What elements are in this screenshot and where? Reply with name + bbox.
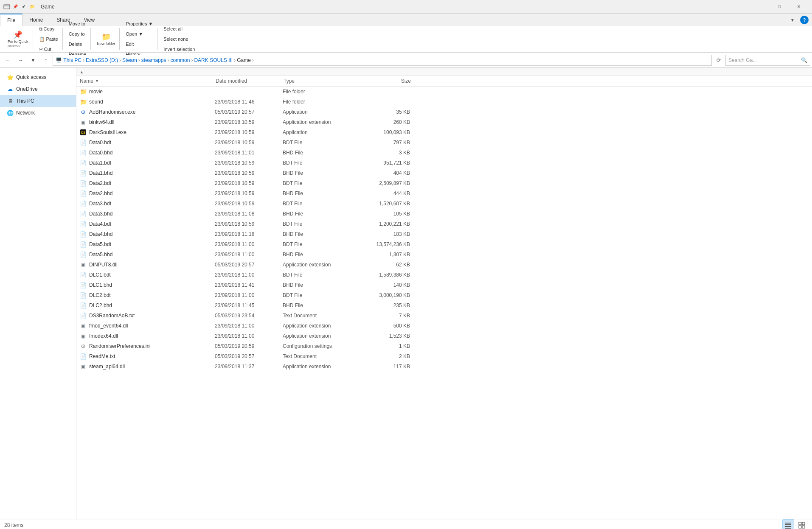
col-header-name[interactable]: Name ▼ xyxy=(80,78,216,84)
file-date-23: 23/09/2018 11:00 xyxy=(215,323,283,329)
breadcrumb-common[interactable]: common xyxy=(170,57,190,63)
sidebar-item-quick-access[interactable]: ⭐ Quick access xyxy=(0,71,76,83)
table-row[interactable]: 📄 Data3.bdt 23/09/2018 10:59 BDT File 1,… xyxy=(76,199,812,209)
table-row[interactable]: ▣ steam_api64.dll 23/09/2018 11:37 Appli… xyxy=(76,361,812,372)
edit-button[interactable]: Edit xyxy=(123,39,155,49)
table-row[interactable]: DS DarkSoulsIII.exe 23/09/2018 10:59 App… xyxy=(76,127,812,137)
table-row[interactable]: ▣ fmod_event64.dll 23/09/2018 11:00 Appl… xyxy=(76,321,812,331)
title-bar-controls: — □ ✕ xyxy=(750,0,809,14)
large-icons-view-button[interactable] xyxy=(796,519,808,529)
file-name-10: Data2.bhd xyxy=(89,190,215,196)
table-row[interactable]: 📄 DLC2.bhd 23/09/2018 11:45 BHD File 235… xyxy=(76,300,812,311)
maximize-button[interactable]: □ xyxy=(770,0,789,14)
open-button[interactable]: Open ▼ xyxy=(123,29,155,39)
sidebar-network-label: Network xyxy=(16,110,35,116)
table-row[interactable]: 📄 Data0.bdt 23/09/2018 10:59 BDT File 79… xyxy=(76,137,812,148)
file-size-23: 500 KB xyxy=(359,323,410,329)
table-row[interactable]: 📄 Data2.bdt 23/09/2018 10:59 BDT File 2,… xyxy=(76,178,812,188)
status-bar: 28 items xyxy=(0,520,812,529)
sidebar-item-this-pc[interactable]: 🖥 This PC xyxy=(0,95,76,107)
table-row[interactable]: ▣ binkw64.dll 23/09/2018 10:59 Applicati… xyxy=(76,117,812,127)
name-sort-arrow-area: ▲ xyxy=(80,69,216,75)
tab-file[interactable]: File xyxy=(0,14,22,26)
select-all-button[interactable]: Select all xyxy=(161,24,197,34)
table-row[interactable]: 📄 Data1.bdt 23/09/2018 10:59 BDT File 95… xyxy=(76,158,812,168)
table-row[interactable]: 📄 Data4.bhd 23/09/2018 11:18 BHD File 18… xyxy=(76,229,812,239)
close-button[interactable]: ✕ xyxy=(789,0,809,14)
file-name-24: fmodex64.dll xyxy=(89,333,215,339)
table-row[interactable]: 📄 Data2.bhd 23/09/2018 10:59 BHD File 44… xyxy=(76,188,812,199)
ribbon-expand-button[interactable]: ▼ xyxy=(787,14,798,26)
ribbon-group-new: 📁 New folder xyxy=(93,28,120,50)
file-icon-23: ▣ xyxy=(80,322,87,329)
table-row[interactable]: 📄 Data4.bdt 23/09/2018 10:59 BDT File 1,… xyxy=(76,219,812,229)
col-header-type[interactable]: Type xyxy=(284,78,360,84)
breadcrumb-darksouls[interactable]: DARK SOULS III xyxy=(194,57,233,63)
title-bar: 📌 ✔ 📁 Game — □ ✕ xyxy=(0,0,812,14)
file-type-14: BHD File xyxy=(283,231,359,237)
file-name-18: DLC1.bdt xyxy=(89,272,215,278)
svg-rect-5 xyxy=(799,522,801,525)
up-button[interactable]: ↑ xyxy=(40,54,52,66)
delete-button[interactable]: Delete xyxy=(66,39,89,49)
breadcrumb-extrassd[interactable]: ExtraSSD (D:) xyxy=(86,57,118,63)
copy-button[interactable]: ⧉ Copy xyxy=(37,24,61,34)
table-row[interactable]: 📁 movie File folder xyxy=(76,87,812,97)
breadcrumb-game: Game xyxy=(237,57,251,63)
forward-button[interactable]: → xyxy=(14,54,26,66)
select-none-button[interactable]: Select none xyxy=(161,34,197,44)
table-row[interactable]: 📄 DS3RandomAoB.txt 05/03/2019 23:54 Text… xyxy=(76,311,812,321)
file-icon-1: 📁 xyxy=(80,98,87,105)
table-row[interactable]: 📄 Data5.bdt 23/09/2018 11:00 BDT File 13… xyxy=(76,239,812,249)
invert-selection-button[interactable]: Invert selection xyxy=(161,45,197,54)
minimize-button[interactable]: — xyxy=(750,0,770,14)
table-row[interactable]: ▣ DINPUT8.dll 05/03/2019 20:57 Applicati… xyxy=(76,260,812,270)
search-box[interactable]: Search Ga... 🔍 xyxy=(725,55,810,66)
move-to-button[interactable]: Move to xyxy=(66,19,89,28)
file-size-5: 797 KB xyxy=(359,140,410,146)
col-header-size[interactable]: Size xyxy=(360,78,411,84)
check-icon: ✔ xyxy=(20,3,27,10)
back-button[interactable]: ← xyxy=(2,54,14,66)
new-folder-button[interactable]: 📁 New folder xyxy=(94,31,118,47)
table-row[interactable]: ⚙ AoBRandomiser.exe 05/03/2019 20:57 App… xyxy=(76,107,812,117)
ribbon-group-open: Properties ▼ Open ▼ Edit History xyxy=(121,28,157,50)
sidebar-item-onedrive[interactable]: ☁ OneDrive xyxy=(0,83,76,95)
file-icon-12: 📄 xyxy=(80,210,87,217)
copy-to-button[interactable]: Copy to xyxy=(66,29,89,39)
file-size-2: 35 KB xyxy=(359,109,410,115)
recent-locations-button[interactable]: ▼ xyxy=(27,54,39,66)
file-type-17: Application extension xyxy=(283,262,359,268)
svg-rect-6 xyxy=(802,522,805,525)
file-date-4: 23/09/2018 10:59 xyxy=(215,129,283,135)
file-list: ▲ Name ▼ Date modified Type Size 📁 movie… xyxy=(76,68,812,520)
refresh-button[interactable]: ⟳ xyxy=(713,54,725,66)
file-date-22: 05/03/2019 23:54 xyxy=(215,313,283,319)
file-size-9: 2,509,897 KB xyxy=(359,180,410,186)
breadcrumb-steam[interactable]: Steam xyxy=(122,57,137,63)
table-row[interactable]: 📄 DLC2.bdt 23/09/2018 11:00 BDT File 3,0… xyxy=(76,290,812,300)
table-row[interactable]: 📄 ReadMe.txt 05/03/2019 20:57 Text Docum… xyxy=(76,351,812,361)
breadcrumb-steamapps[interactable]: steamapps xyxy=(141,57,166,63)
table-row[interactable]: ⚙ RandomiserPreferences.ini 05/03/2019 2… xyxy=(76,341,812,351)
large-icons-view-icon xyxy=(798,522,805,529)
cut-button[interactable]: ✂ Cut xyxy=(37,45,61,54)
pin-to-quick-access-button[interactable]: 📌 Pin to Quickaccess xyxy=(5,29,31,49)
details-view-button[interactable] xyxy=(782,519,794,529)
table-row[interactable]: 📄 DLC1.bdt 23/09/2018 11:00 BDT File 1,5… xyxy=(76,270,812,280)
help-button[interactable]: ? xyxy=(800,16,809,24)
file-date-5: 23/09/2018 10:59 xyxy=(215,140,283,146)
table-row[interactable]: 📄 Data1.bhd 23/09/2018 10:59 BHD File 40… xyxy=(76,168,812,178)
table-row[interactable]: 📄 Data0.bhd 23/09/2018 11:01 BHD File 3 … xyxy=(76,148,812,158)
file-type-0: File folder xyxy=(283,89,359,95)
sidebar-item-network[interactable]: 🌐 Network xyxy=(0,107,76,119)
table-row[interactable]: 📄 Data3.bhd 23/09/2018 11:08 BHD File 10… xyxy=(76,209,812,219)
properties-button[interactable]: Properties ▼ xyxy=(123,19,155,28)
paste-button[interactable]: 📋 Paste xyxy=(37,34,61,44)
table-row[interactable]: 📄 DLC1.bhd 23/09/2018 11:41 BHD File 140… xyxy=(76,280,812,290)
col-header-date[interactable]: Date modified xyxy=(216,78,284,84)
table-row[interactable]: ▣ fmodex64.dll 23/09/2018 11:00 Applicat… xyxy=(76,331,812,341)
breadcrumb-this-pc[interactable]: This PC xyxy=(63,57,81,63)
table-row[interactable]: 📄 Data5.bhd 23/09/2018 11:00 BHD File 1,… xyxy=(76,249,812,260)
table-row[interactable]: 📁 sound 23/09/2018 11:46 File folder xyxy=(76,97,812,107)
